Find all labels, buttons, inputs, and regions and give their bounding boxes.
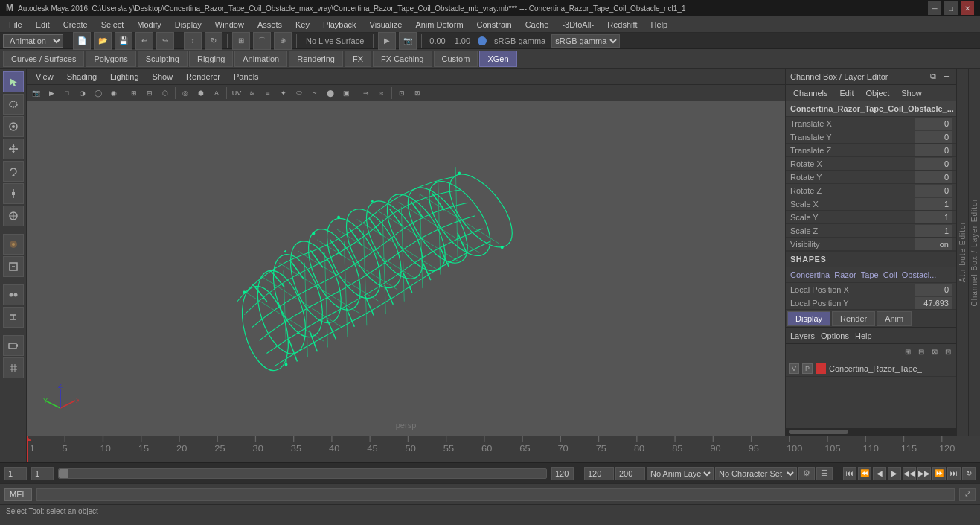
tab-fx[interactable]: FX xyxy=(345,51,371,67)
menu-display[interactable]: Display xyxy=(169,16,208,32)
vp-dof-btn[interactable]: ⬭ xyxy=(292,86,307,100)
menu-playback[interactable]: Playback xyxy=(317,16,362,32)
snap-grid-icon[interactable]: ⊞ xyxy=(232,32,250,50)
char-set-dropdown[interactable]: No Character Set xyxy=(715,467,797,480)
play-back-btn[interactable]: ◀◀ xyxy=(903,467,916,480)
range-slider-thumb[interactable] xyxy=(59,469,68,478)
render-icon[interactable]: ▶ xyxy=(378,32,396,50)
snap-point-icon[interactable]: ⊕ xyxy=(274,32,292,50)
right-tab-display[interactable]: Display xyxy=(787,311,830,326)
vp-manip-size-2-btn[interactable]: ⊠ xyxy=(410,86,425,100)
menu-visualize[interactable]: Visualize xyxy=(364,16,409,32)
minimize-button[interactable]: ─ xyxy=(928,1,941,15)
camera-btn[interactable] xyxy=(3,335,24,356)
tab-custom[interactable]: Custom xyxy=(434,51,478,67)
menu-file[interactable]: File xyxy=(3,16,28,32)
char-set-icon-btn[interactable]: ⚙ xyxy=(798,467,815,480)
channel-scale-y[interactable]: Scale Y 1 xyxy=(786,211,956,224)
shape-channel-ly[interactable]: Local Position Y 47.693 xyxy=(786,296,956,310)
menu-modify[interactable]: Modify xyxy=(131,16,167,32)
new-file-icon[interactable]: 📄 xyxy=(73,32,91,50)
tab-fx-caching[interactable]: FX Caching xyxy=(373,51,432,67)
next-key-btn[interactable]: ⏩ xyxy=(932,467,946,480)
menu-3dtoall[interactable]: -3DtoAll- xyxy=(556,16,600,32)
move-icon[interactable]: ↕ xyxy=(184,32,202,50)
color-mode-dropdown[interactable]: sRGB gamma xyxy=(551,34,620,48)
playback-end-field[interactable] xyxy=(584,467,614,480)
vp-xray-btn[interactable]: ⬡ xyxy=(158,86,173,100)
preferences-icon-btn[interactable]: ☰ xyxy=(816,467,833,480)
cb-menu-object[interactable]: Object xyxy=(861,85,894,101)
vp-shadow-btn[interactable]: ◉ xyxy=(106,86,121,100)
cb-menu-edit[interactable]: Edit xyxy=(835,85,858,101)
layer-color-swatch[interactable] xyxy=(816,363,826,374)
channel-value-tx[interactable]: 0 xyxy=(915,118,952,130)
vp-uv-btn[interactable]: UV xyxy=(229,86,244,100)
cb-menu-show[interactable]: Show xyxy=(897,85,926,101)
layer-icon-4[interactable]: ⊡ xyxy=(943,348,953,356)
right-tab-render[interactable]: Render xyxy=(832,311,875,326)
channel-value-vis[interactable]: on xyxy=(915,238,952,250)
layers-menu-options[interactable]: Options xyxy=(821,331,849,340)
snap-together-btn[interactable] xyxy=(3,307,24,328)
vp-camera-btn[interactable]: 📷 xyxy=(28,86,43,100)
channel-rotate-z[interactable]: Rotate Z 0 xyxy=(786,184,956,197)
prev-frame-btn[interactable]: ◀ xyxy=(873,467,886,480)
channel-value-sx[interactable]: 1 xyxy=(915,198,952,210)
tab-xgen[interactable]: XGen xyxy=(479,51,516,67)
timeline-ruler[interactable]: 1 5 10 15 20 25 30 35 40 45 50 xyxy=(27,436,980,462)
soft-select-btn[interactable] xyxy=(3,234,24,255)
menu-redshift[interactable]: Redshift xyxy=(601,16,643,32)
channel-value-sy[interactable]: 1 xyxy=(915,211,952,223)
channel-translate-y[interactable]: Translate Y 0 xyxy=(786,130,956,144)
vp-menu-renderer[interactable]: Renderer xyxy=(180,71,226,83)
channel-box-side-tab[interactable]: Channel Box / Layer Editor xyxy=(968,69,980,436)
max-time-field[interactable] xyxy=(615,467,645,480)
menu-window[interactable]: Window xyxy=(209,16,250,32)
cb-collapse-btn[interactable]: ─ xyxy=(941,71,952,81)
vp-noise-btn[interactable]: ≋ xyxy=(245,86,260,100)
menu-select[interactable]: Select xyxy=(95,16,130,32)
menu-cache[interactable]: Cache xyxy=(519,16,555,32)
maximize-button[interactable]: □ xyxy=(944,1,958,15)
close-button[interactable]: ✕ xyxy=(961,1,974,15)
vp-ssao-btn[interactable]: ⬤ xyxy=(323,86,338,100)
vp-screen-btn[interactable]: ▣ xyxy=(339,86,353,100)
vp-depth-btn[interactable]: ≡ xyxy=(260,86,275,100)
undo-icon[interactable]: ↩ xyxy=(135,32,153,50)
tab-curves-surfaces[interactable]: Curves / Surfaces xyxy=(3,51,84,67)
tab-animation[interactable]: Animation xyxy=(234,51,287,67)
menu-constrain[interactable]: Constrain xyxy=(471,16,518,32)
channel-value-sz[interactable]: 1 xyxy=(915,225,952,237)
skip-start-btn[interactable]: ⏮ xyxy=(843,467,856,480)
viewport[interactable]: View Shading Lighting Show Renderer Pane… xyxy=(27,69,785,436)
redo-icon[interactable]: ↪ xyxy=(156,32,174,50)
layer-row-item[interactable]: V P Concertina_Razor_Tape_ xyxy=(786,360,956,377)
skip-end-btn[interactable]: ⏭ xyxy=(947,467,961,480)
open-file-icon[interactable]: 📂 xyxy=(94,32,112,50)
menu-anim-deform[interactable]: Anim Deform xyxy=(409,16,469,32)
vp-hud-btn[interactable]: ⊟ xyxy=(142,86,157,100)
lasso-select-btn[interactable] xyxy=(3,94,24,115)
channel-scale-x[interactable]: Scale X 1 xyxy=(786,197,956,211)
layer-icon-2[interactable]: ⊟ xyxy=(916,348,926,356)
mel-expand-btn[interactable]: ⤢ xyxy=(959,488,976,501)
channel-visibility[interactable]: Visibility on xyxy=(786,238,956,251)
vp-menu-shading[interactable]: Shading xyxy=(61,71,103,83)
layer-p-toggle[interactable]: P xyxy=(802,363,813,374)
vp-play-btn[interactable]: ▶ xyxy=(44,86,59,100)
timeline-area[interactable]: 1 5 10 15 20 25 30 35 40 45 50 xyxy=(0,436,980,462)
vp-menu-panels[interactable]: Panels xyxy=(228,71,265,83)
vp-light-btn[interactable]: ◯ xyxy=(91,86,106,100)
save-file-icon[interactable]: 💾 xyxy=(115,32,132,50)
channel-translate-x[interactable]: Translate X 0 xyxy=(786,117,956,130)
channel-value-rx[interactable]: 0 xyxy=(915,158,952,170)
tab-sculpting[interactable]: Sculpting xyxy=(138,51,188,67)
right-tab-anim[interactable]: Anim xyxy=(877,311,912,326)
animation-mode-dropdown[interactable]: Animation Modeling Rigging Rendering xyxy=(3,34,63,48)
vp-menu-view[interactable]: View xyxy=(30,71,60,83)
vp-menu-lighting[interactable]: Lighting xyxy=(104,71,145,83)
rotate-tool-btn[interactable] xyxy=(3,161,24,182)
channel-value-ry[interactable]: 0 xyxy=(915,171,952,183)
channel-translate-z[interactable]: Translate Z 0 xyxy=(786,144,956,157)
